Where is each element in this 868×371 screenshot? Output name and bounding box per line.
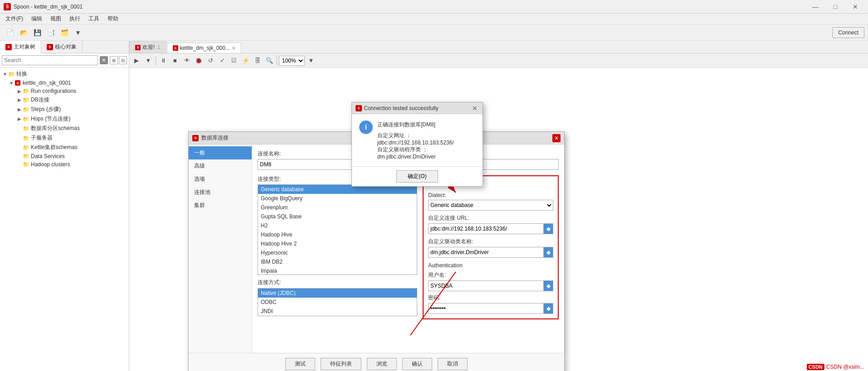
tab-close-button[interactable]: ✕ (232, 46, 235, 51)
db-type-list[interactable]: Generic database Google BigQuery Greenpl… (258, 184, 417, 275)
close-button[interactable]: ✕ (846, 1, 864, 12)
pause-button[interactable]: ⏸ (158, 55, 169, 66)
connection-method-list[interactable]: Native (JDBC) ODBC JNDI (258, 288, 417, 316)
slave-folder-icon: 📁 (23, 135, 29, 141)
menu-run[interactable]: 执行 (66, 14, 84, 24)
search-expand-button[interactable]: ⊞ (110, 56, 118, 64)
sql-button[interactable]: 🗄 (252, 55, 263, 66)
db-left-item-options[interactable]: 选项 (189, 173, 252, 186)
db-toggle: ▶ (16, 97, 23, 103)
db-left-item-advanced[interactable]: 高级 (189, 159, 252, 173)
username-input[interactable] (428, 280, 543, 291)
tree-item-slave[interactable]: 📁 子服务器 (0, 133, 129, 143)
zoom-select[interactable]: 100% 75% 150% 200% (279, 56, 305, 66)
check-button[interactable]: ☑ (229, 55, 239, 66)
password-side-button[interactable]: ◆ (543, 303, 553, 314)
menu-file[interactable]: 文件(F) (2, 14, 27, 24)
run-button[interactable]: ▶ (131, 55, 142, 66)
preview-button[interactable]: 👁 (181, 55, 192, 66)
tab-kettle[interactable]: S kettle_dm_sjk_000... ✕ (167, 43, 241, 53)
search-clear-button[interactable]: ✕ (100, 56, 108, 64)
toolbar-saveas[interactable]: 📑 (44, 26, 57, 39)
tab-welcome[interactable]: S 欢迎! 1 (129, 41, 166, 53)
success-dialog[interactable]: S Connection tested successfully ✕ i 正确连… (351, 102, 483, 187)
db-dialog-close-button[interactable]: ✕ (552, 134, 561, 142)
tree-item-partition[interactable]: 📁 数据库分区schemas (0, 124, 129, 133)
main-objects-label: 主对象树 (14, 43, 35, 51)
db-left-item-general[interactable]: 一般 (189, 146, 252, 159)
tab-core-objects[interactable]: S 核心对象 (41, 41, 83, 53)
username-side-button[interactable]: ◆ (543, 280, 553, 291)
custom-url-side-button[interactable]: ◆ (543, 223, 553, 234)
toolbar-explore[interactable]: 🗂️ (58, 26, 71, 39)
db-left-item-pool[interactable]: 连接池 (189, 186, 252, 199)
menu-help[interactable]: 帮助 (104, 14, 122, 24)
custom-driver-side-button[interactable]: ◆ (543, 247, 553, 258)
toolbar-new[interactable]: 📄 (4, 26, 16, 39)
db-folder-icon: 📁 (23, 97, 29, 103)
connect-button[interactable]: Connect (832, 27, 864, 38)
menu-view[interactable]: 视图 (47, 14, 65, 24)
minimize-button[interactable]: — (806, 1, 824, 12)
method-jndi[interactable]: JNDI (258, 307, 417, 316)
menu-edit[interactable]: 编辑 (28, 14, 46, 24)
debug-button[interactable]: 🐞 (193, 55, 204, 66)
tree-item-data-services[interactable]: 📁 Data Services (0, 152, 129, 160)
project-toggle: ▼ (8, 80, 15, 86)
method-odbc[interactable]: ODBC (258, 298, 417, 307)
cancel-button[interactable]: 取消 (438, 358, 468, 370)
replay-button[interactable]: ↺ (205, 55, 216, 66)
tree-item-db[interactable]: ▶ 📁 DB连接 (0, 95, 129, 105)
db-type-impala[interactable]: Impala (258, 266, 417, 275)
cluster-label: Kettle集群schemas (31, 144, 78, 151)
ok-button[interactable]: 确定(O) (396, 170, 438, 183)
db-left-item-cluster[interactable]: 集群 (189, 199, 252, 212)
db-type-bigquery[interactable]: Google BigQuery (258, 194, 417, 203)
search-input[interactable] (2, 55, 98, 65)
impact-button[interactable]: ⚡ (240, 55, 251, 66)
db-type-gupta[interactable]: Gupta SQL Base (258, 212, 417, 221)
db-type-h2[interactable]: H2 (258, 221, 417, 230)
success-close-button[interactable]: ✕ (471, 104, 479, 112)
tree-item-run-configurations[interactable]: ▶ 📁 Run configurations (0, 87, 129, 95)
confirm-button[interactable]: 确认 (402, 358, 432, 370)
tree-item-steps[interactable]: ▶ 📁 Steps (步骤) (0, 105, 129, 114)
partition-label: 数据库分区schemas (31, 125, 80, 132)
toolbar-dropdown[interactable]: ▼ (72, 26, 84, 39)
browse-button[interactable]: 浏览 (367, 358, 397, 370)
welcome-tab-label: 欢迎! (142, 43, 155, 51)
tree-project[interactable]: ▼ S kettle_dm_sjk_0001 (0, 79, 129, 87)
search-collapse-button[interactable]: ⊟ (119, 56, 127, 64)
tab-bar: S 欢迎! 1 S kettle_dm_sjk_000... ✕ (129, 41, 868, 53)
feature-list-button[interactable]: 特征列表 (321, 358, 361, 370)
db-type-hadoop-hive2[interactable]: Hadoop Hive 2 (258, 239, 417, 248)
toolbar-save[interactable]: 💾 (31, 26, 44, 39)
run-dropdown-button[interactable]: ▼ (143, 55, 154, 66)
test-button[interactable]: 测试 (285, 358, 315, 370)
password-input[interactable] (428, 303, 543, 314)
tab-main-objects[interactable]: S 主对象树 (0, 41, 41, 53)
tree-item-hadoop[interactable]: 📁 Hadoop clusters (0, 160, 129, 169)
tree-view: ▼ 📁 转换 ▼ S kettle_dm_sjk_0001 ▶ 📁 Run co… (0, 67, 129, 371)
toolbar-open[interactable]: 📂 (17, 26, 30, 39)
zoom-dropdown[interactable]: ▼ (306, 55, 317, 66)
maximize-button[interactable]: □ (826, 1, 844, 12)
menu-tools[interactable]: 工具 (85, 14, 103, 24)
dialect-select[interactable]: Generic database (428, 200, 553, 211)
run-config-folder-icon: 📁 (23, 88, 29, 94)
verify-button[interactable]: ✓ (217, 55, 228, 66)
db-type-hadoop-hive[interactable]: Hadoop Hive (258, 230, 417, 239)
custom-driver-input[interactable] (428, 247, 543, 258)
tree-item-kettle-cluster[interactable]: 📁 Kettle集群schemas (0, 143, 129, 152)
custom-url-input[interactable] (428, 223, 543, 234)
stop-button[interactable]: ■ (170, 55, 180, 66)
window-controls[interactable]: — □ ✕ (806, 1, 864, 12)
db-type-greenplum[interactable]: Greenplum (258, 203, 417, 212)
db-dialog-left-panel: 一般 高级 选项 连接池 集群 (189, 145, 252, 353)
explore-button[interactable]: 🔍 (264, 55, 275, 66)
method-native[interactable]: Native (JDBC) (258, 289, 417, 298)
tree-root[interactable]: ▼ 📁 转换 (0, 69, 129, 79)
tree-item-hops[interactable]: ▶ 📁 Hops (节点连接) (0, 114, 129, 124)
db-type-hypersonic[interactable]: Hypersonic (258, 248, 417, 257)
db-type-ibm-db2[interactable]: IBM DB2 (258, 257, 417, 266)
